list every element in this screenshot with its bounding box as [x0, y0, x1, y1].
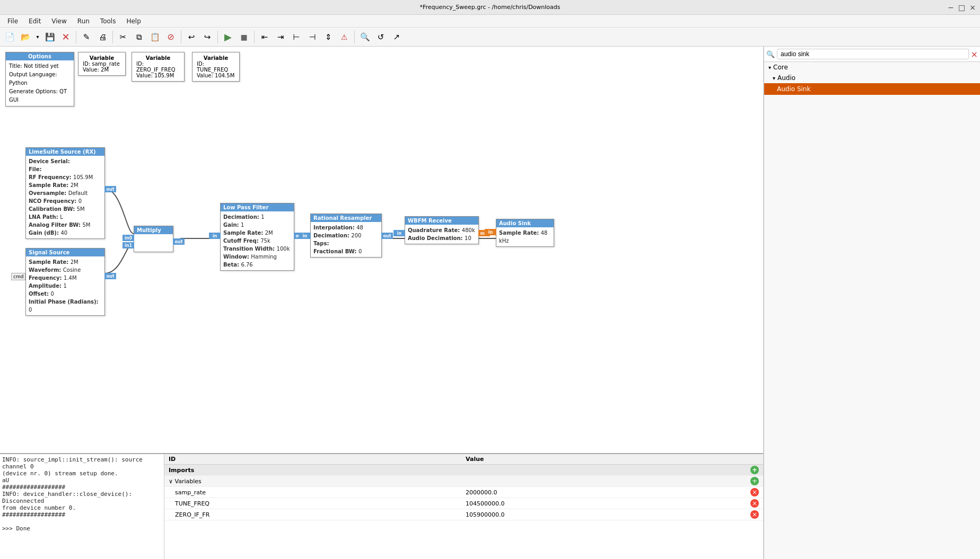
props-imports-row: Imports +: [164, 465, 763, 476]
find-button[interactable]: 🔍: [357, 30, 372, 45]
menu-tools[interactable]: Tools: [95, 16, 121, 26]
lpf-in-port[interactable]: in: [209, 233, 221, 239]
var-zero-if-block[interactable]: Variable ID: ZERO_IF_FREQ Value: 105.9M: [132, 52, 185, 82]
play-button[interactable]: ▶: [221, 30, 235, 45]
screen-button[interactable]: ↗: [389, 30, 404, 45]
reload-button[interactable]: ↺: [373, 30, 388, 45]
tree-category-core[interactable]: ▾ Core: [764, 62, 980, 73]
log-line: INFO: device_handler::close_device(): Di…: [2, 491, 162, 504]
paste-button[interactable]: 📋: [147, 30, 162, 45]
var-tune-freq-block[interactable]: Variable ID: TUNE_FREQ Value: 104.5M: [192, 52, 240, 82]
errors-button[interactable]: ⚠: [337, 30, 352, 45]
align-vert-button[interactable]: ⇕: [321, 30, 336, 45]
tree-subcategory-audio[interactable]: ▾ Audio: [764, 73, 980, 83]
edit-flow-button[interactable]: ✎: [79, 30, 94, 45]
tree-item-audio-sink[interactable]: Audio Sink: [764, 83, 980, 95]
audio-sink-block[interactable]: Audio Sink Sample Rate: 48 kHz in: [496, 219, 554, 247]
log-line: ##################: [2, 511, 162, 518]
log-line: INFO: source_impl::init_stream(): source…: [2, 456, 162, 470]
signal-source-body: Sample Rate: 2M Waveform: Cosine Frequen…: [26, 256, 104, 315]
minimize-button[interactable]: −: [948, 3, 954, 12]
rr-in-port[interactable]: in: [299, 233, 311, 239]
save-button[interactable]: 💾: [42, 30, 57, 45]
delete-samp-rate-button[interactable]: ×: [750, 488, 759, 496]
align-left-button[interactable]: ⇤: [257, 30, 272, 45]
rational-resampler-block[interactable]: Rational Resampler Interpolation: 48 Dec…: [310, 214, 382, 258]
tree-subcategory-audio-label: Audio: [777, 74, 795, 82]
core-chevron-icon: ▾: [768, 65, 771, 70]
wbfm-in-port[interactable]: in: [393, 230, 405, 236]
props-zero-if-id: ZERO_IF_FR: [164, 509, 461, 520]
search-clear-button[interactable]: ×: [971, 49, 978, 59]
multiply-in1-port[interactable]: in1: [122, 242, 134, 249]
variables-expand-icon[interactable]: ∨ Variables: [169, 478, 202, 485]
wbfm-receive-block[interactable]: WBFM Receive Quadrature Rate: 480k Audio…: [405, 216, 479, 244]
rr-out-port[interactable]: out: [381, 233, 393, 239]
stop-button[interactable]: ■: [237, 30, 251, 45]
menu-help[interactable]: Help: [121, 16, 146, 26]
wbfm-body: Quadrature Rate: 480k Audio Decimation: …: [405, 225, 478, 244]
signal-source-block[interactable]: Signal Source Sample Rate: 2M Waveform: …: [25, 248, 105, 316]
delete-zero-if-button[interactable]: ×: [750, 510, 759, 519]
props-tune-freq-value[interactable]: 104500000.0: [461, 498, 746, 509]
rr-body: Interpolation: 48 Decimation: 200 Taps: …: [311, 222, 381, 257]
multiply-in0-port[interactable]: in0: [122, 235, 134, 241]
props-col-value: Value: [461, 454, 746, 465]
props-samp-rate-value[interactable]: 2000000.0: [461, 487, 746, 498]
delete-button[interactable]: ⊘: [163, 30, 178, 45]
props-col-action: [746, 454, 763, 465]
add-variable-button[interactable]: +: [750, 477, 759, 485]
delete-tune-freq-button[interactable]: ×: [750, 499, 759, 508]
close-window-button[interactable]: ×: [969, 3, 976, 12]
props-zero-if-row: ZERO_IF_FR 105900000.0 ×: [164, 509, 763, 520]
audio-sink-title: Audio Sink: [496, 219, 554, 227]
menu-file[interactable]: File: [2, 16, 23, 26]
audio-chevron-icon: ▾: [773, 75, 775, 81]
menubar: File Edit View Run Tools Help: [0, 15, 980, 28]
copy-button[interactable]: ⧉: [132, 30, 146, 45]
align-hcenter-button[interactable]: ⊢: [289, 30, 304, 45]
props-zero-if-value[interactable]: 105900000.0: [461, 509, 746, 520]
wbfm-title: WBFM Receive: [405, 217, 478, 225]
properties-panel: ID Value Imports +: [164, 454, 763, 559]
props-tune-freq-row: TUNE_FREQ 104500000.0 ×: [164, 498, 763, 509]
add-import-button[interactable]: +: [750, 466, 759, 474]
rotate-ccw-button[interactable]: ↩: [184, 30, 199, 45]
limesuite-src-block[interactable]: LimeSuite Source (RX) Device Serial: Fil…: [25, 147, 105, 239]
align-right-button[interactable]: ⇥: [273, 30, 288, 45]
open-dropdown[interactable]: ▾: [34, 30, 41, 45]
options-title: Options: [6, 52, 74, 60]
cut-button[interactable]: ✂: [116, 30, 130, 45]
close-file-button[interactable]: ✕: [58, 30, 73, 45]
props-variables-label: ∨ Variables: [164, 476, 746, 487]
options-block[interactable]: Options Title: Not titled yet Output Lan…: [5, 52, 74, 107]
lpf-body: Decimation: 1 Gain: 1 Sample Rate: 2M Cu…: [221, 211, 294, 270]
multiply-block[interactable]: Multiply in0 in1 out: [134, 226, 173, 252]
limesuite-out-port[interactable]: out: [104, 186, 116, 192]
open-button[interactable]: 📂: [18, 30, 33, 45]
tree-item-audio-sink-label: Audio Sink: [777, 85, 810, 93]
props-samp-rate-id: samp_rate: [164, 487, 461, 498]
props-tune-freq-id: TUNE_FREQ: [164, 498, 461, 509]
align-dist-button[interactable]: ⊣: [305, 30, 320, 45]
signal-source-title: Signal Source: [26, 249, 104, 256]
flow-canvas[interactable]: Options Title: Not titled yet Output Lan…: [0, 47, 763, 453]
signal-source-out-port[interactable]: out: [104, 273, 116, 279]
menu-edit[interactable]: Edit: [23, 16, 46, 26]
print-button[interactable]: 🖨: [95, 30, 110, 45]
search-input[interactable]: [777, 49, 969, 59]
audio-sink-in-port[interactable]: in: [485, 229, 496, 235]
menu-view[interactable]: View: [46, 16, 72, 26]
maximize-button[interactable]: □: [958, 3, 965, 12]
window-title: *Frequency_Sweep.grc - /home/chris/Downl…: [419, 4, 560, 11]
var-samp-rate-block[interactable]: Variable ID: samp_rate Value: 2M: [78, 52, 126, 76]
log-line: aU: [2, 477, 162, 484]
toolbar: 📄 📂 ▾ 💾 ✕ ✎ 🖨 ✂ ⧉ 📋 ⊘ ↩ ↪ ▶ ■ ⇤ ⇥ ⊢ ⊣ ⇕ …: [0, 28, 980, 47]
audio-sink-body: Sample Rate: 48 kHz: [496, 227, 554, 246]
menu-run[interactable]: Run: [72, 16, 95, 26]
rotate-cw-button[interactable]: ↪: [200, 30, 215, 45]
log-panel[interactable]: INFO: source_impl::init_stream(): source…: [0, 454, 164, 559]
multiply-out-port[interactable]: out: [173, 238, 185, 245]
new-button[interactable]: 📄: [2, 30, 17, 45]
low-pass-filter-block[interactable]: Low Pass Filter Decimation: 1 Gain: 1 Sa…: [220, 203, 294, 271]
